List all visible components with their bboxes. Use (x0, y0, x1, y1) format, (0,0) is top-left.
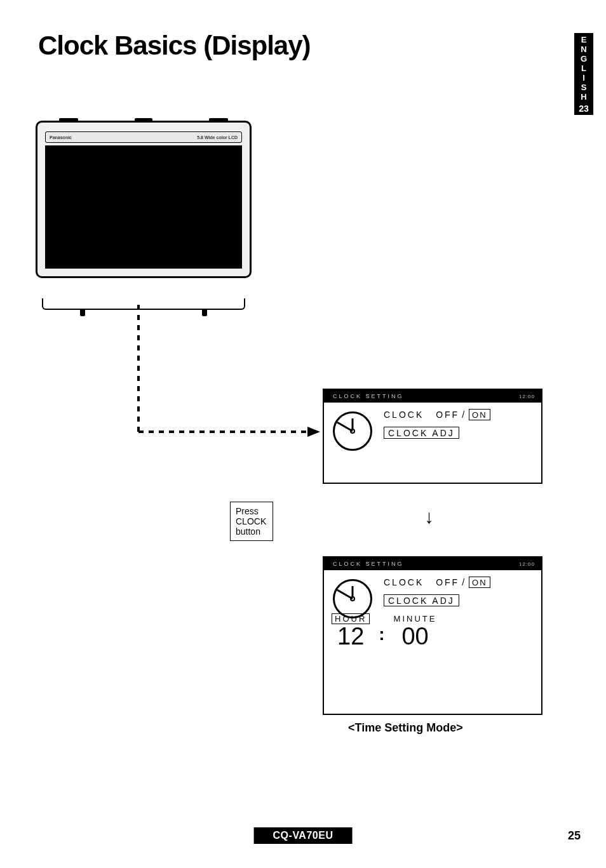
lang-number: 23 (574, 103, 593, 114)
clock-label: CLOCK (384, 577, 424, 587)
lang-letter: L (574, 64, 593, 74)
device-screen (45, 145, 242, 269)
clock-off-label: OFF (436, 410, 459, 420)
page-title: Clock Basics (Display) (38, 30, 311, 61)
figure-caption: <Time Setting Mode> (348, 721, 463, 735)
clock-setting-panel-1: CLOCK SETTING 12:00 CLOCK OFF / ON CLOCK… (323, 389, 542, 484)
clock-label: CLOCK (384, 410, 424, 420)
slash-icon: / (462, 577, 466, 587)
lang-letter: G (574, 55, 593, 64)
clock-setting-panel-2: CLOCK SETTING 12:00 CLOCK OFF / ON CLOCK… (323, 556, 542, 715)
panel-header: CLOCK SETTING 12:00 (324, 558, 541, 570)
clock-on-button[interactable]: ON (469, 577, 490, 588)
clock-off-label: OFF (436, 577, 459, 587)
clock-icon (333, 411, 372, 451)
lang-letter: E (574, 36, 593, 45)
device-label: 5.8 Wide color LCD (197, 135, 238, 140)
language-tab: E N G L I S H 23 (574, 33, 593, 115)
clock-adj-button[interactable]: CLOCK ADJ (384, 427, 459, 439)
slash-icon: / (462, 410, 466, 420)
clock-icon (333, 579, 372, 618)
panel-header-time: 12:00 (519, 394, 535, 399)
connector-arrow (136, 305, 327, 444)
time-colon: : (379, 624, 384, 644)
instruction-line: CLOCK (236, 516, 266, 526)
svg-marker-2 (307, 427, 320, 437)
minute-value: 00 (394, 624, 437, 648)
clock-adj-button[interactable]: CLOCK ADJ (384, 594, 459, 606)
lang-letter: I (574, 74, 593, 83)
lang-letter: N (574, 45, 593, 55)
panel-header-title: CLOCK SETTING (333, 393, 404, 399)
instruction-box: Press CLOCK button (230, 502, 273, 541)
minute-label: MINUTE (394, 614, 437, 624)
instruction-line: button (236, 526, 266, 537)
device-brand: Panasonic (50, 135, 72, 140)
instruction-line: Press (236, 506, 266, 516)
down-arrow-icon: ↓ (424, 506, 434, 528)
model-badge: CQ-VA70EU (254, 827, 353, 844)
panel-header-time: 12:00 (519, 561, 535, 567)
page-number: 25 (568, 829, 581, 843)
panel-header: CLOCK SETTING 12:00 (324, 390, 541, 403)
lang-letter: H (574, 93, 593, 102)
lang-letter: S (574, 83, 593, 93)
hour-value: 12 (332, 624, 370, 648)
clock-on-button[interactable]: ON (469, 409, 490, 420)
device-illustration: Panasonic 5.8 Wide color LCD (36, 121, 252, 298)
panel-header-title: CLOCK SETTING (333, 561, 404, 567)
